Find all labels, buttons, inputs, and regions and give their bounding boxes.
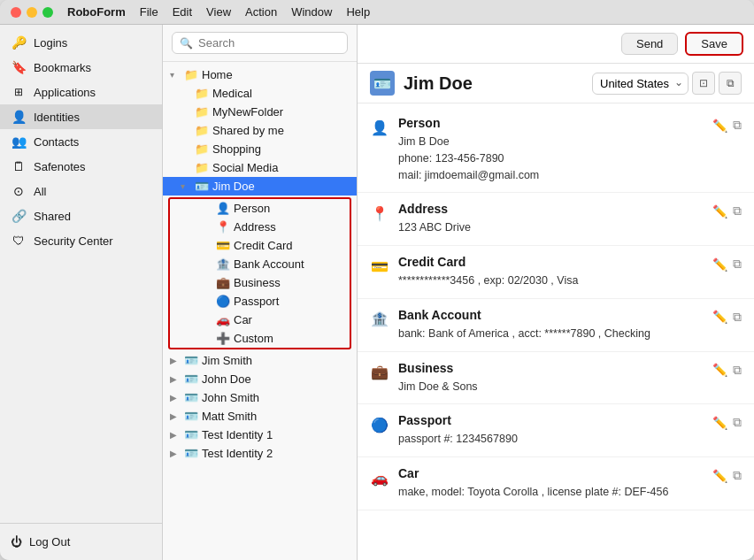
save-button[interactable]: Save	[685, 32, 743, 56]
menu-window[interactable]: Window	[291, 5, 332, 19]
menu-help[interactable]: Help	[346, 5, 370, 19]
person-copy-icon[interactable]: ⧉	[733, 118, 742, 133]
creditcard-section-content: Credit Card ************3456 , exp: 02/2…	[398, 255, 704, 289]
tree-item-person[interactable]: 👤 Person	[170, 199, 350, 218]
tree-item-john-smith[interactable]: ▶ 🪪 John Smith	[163, 388, 357, 407]
tree-item-test-identity-1[interactable]: ▶ 🪪 Test Identity 1	[163, 426, 357, 444]
testidentity2-icon: 🪪	[184, 447, 198, 460]
johndoe-label: John Doe	[202, 372, 251, 386]
sidebar-item-applications[interactable]: ⊞ Applications	[0, 80, 162, 104]
mattsmith-label: Matt Smith	[202, 410, 257, 423]
creditcard-copy-icon[interactable]: ⧉	[733, 257, 742, 272]
sidebar-item-bookmarks[interactable]: 🔖 Bookmarks	[0, 55, 162, 80]
sidebar-item-all[interactable]: ⊙ All	[0, 179, 162, 203]
tree-item-medical[interactable]: 📁 Medical	[163, 84, 357, 103]
tree-item-business[interactable]: 💼 Business	[170, 273, 350, 292]
sidebar-contacts-label: Contacts	[34, 135, 79, 149]
section-address: 📍 Address 123 ABC Drive ✏️ ⧉	[358, 193, 754, 246]
sharedbyme-label: Shared by me	[212, 124, 284, 137]
business-section-actions: ✏️ ⧉	[712, 363, 742, 378]
tree-item-mynewfolder[interactable]: 📁 MyNewFolder	[163, 103, 357, 121]
person-section-actions: ✏️ ⧉	[712, 118, 742, 133]
traffic-lights	[11, 7, 53, 18]
bankaccount-section-content: Bank Account bank: Bank of America , acc…	[398, 308, 704, 342]
menu-view[interactable]: View	[206, 5, 231, 19]
business-edit-icon[interactable]: ✏️	[712, 363, 727, 377]
search-bar: 🔍	[163, 25, 357, 62]
section-person: 👤 Person Jim B Doe phone: 123-456-7890 m…	[358, 107, 754, 193]
passport-copy-icon[interactable]: ⧉	[733, 415, 742, 430]
close-button[interactable]	[11, 7, 21, 18]
tree-item-credit-card[interactable]: 💳 Credit Card	[170, 236, 350, 255]
country-select-container[interactable]: United States	[592, 73, 689, 95]
search-wrapper[interactable]: 🔍	[172, 32, 348, 54]
passport-edit-icon[interactable]: ✏️	[712, 416, 727, 430]
tree-item-custom[interactable]: ➕ Custom	[170, 329, 350, 348]
minimize-button[interactable]	[27, 7, 37, 18]
person-line-1: Jim B Doe	[398, 134, 704, 150]
address-copy-icon[interactable]: ⧉	[733, 203, 742, 219]
send-button[interactable]: Send	[621, 33, 678, 55]
jimsmith-icon: 🪪	[184, 354, 198, 367]
sidebar-item-identities[interactable]: 👤 Identities	[0, 104, 162, 129]
custom-label: Custom	[234, 332, 273, 345]
maximize-button[interactable]	[42, 7, 53, 18]
person-edit-icon[interactable]: ✏️	[712, 119, 727, 133]
menu-file[interactable]: File	[140, 5, 158, 19]
tree-item-john-doe[interactable]: ▶ 🪪 John Doe	[163, 370, 357, 388]
address-section-icon: 📍	[370, 203, 389, 223]
sidebar-item-security-center[interactable]: 🛡 Security Center	[0, 228, 162, 253]
creditcard-section-icon: 💳	[370, 257, 389, 276]
tree-item-jim-smith[interactable]: ▶ 🪪 Jim Smith	[163, 351, 357, 370]
tree-item-home[interactable]: ▾ 📁 Home	[163, 65, 357, 84]
tree-item-test-identity-2[interactable]: ▶ 🪪 Test Identity 2	[163, 444, 357, 463]
testidentity1-icon: 🪪	[184, 428, 198, 441]
creditcard-label: Credit Card	[234, 239, 292, 252]
car-copy-icon[interactable]: ⧉	[733, 468, 742, 483]
sidebar-item-logins[interactable]: 🔑 Logins	[0, 30, 162, 55]
tree-item-shopping[interactable]: 📁 Shopping	[163, 140, 357, 158]
tree-item-jim-doe[interactable]: ▾ 🪪 Jim Doe	[163, 177, 357, 196]
sidebar-item-contacts[interactable]: 👥 Contacts	[0, 129, 162, 154]
menu-action[interactable]: Action	[245, 5, 277, 19]
menu-bar: RoboForm File Edit View Action Window He…	[67, 5, 370, 19]
address-edit-icon[interactable]: ✏️	[712, 204, 727, 219]
creditcard-edit-icon[interactable]: ✏️	[712, 257, 727, 272]
car-label: Car	[234, 313, 252, 326]
person-section-content: Person Jim B Doe phone: 123-456-7890 mai…	[398, 116, 704, 183]
tree-item-car[interactable]: 🚗 Car	[170, 311, 350, 329]
business-section-icon: 💼	[370, 363, 389, 382]
bankaccount-line-1: bank: Bank of America , acct: ******7890…	[398, 326, 704, 342]
home-folder-icon: 📁	[184, 68, 198, 81]
address-section-title: Address	[398, 202, 704, 216]
power-icon: ⏻	[11, 535, 22, 548]
menu-edit[interactable]: Edit	[173, 5, 192, 19]
contacts-icon: 👥	[11, 134, 27, 150]
search-input[interactable]	[198, 36, 340, 50]
header-tablet-icon[interactable]: ⊡	[692, 72, 715, 95]
country-select[interactable]: United States	[592, 73, 689, 95]
tree-item-address[interactable]: 📍 Address	[170, 218, 350, 236]
section-credit-card: 💳 Credit Card ************3456 , exp: 02…	[358, 246, 754, 299]
business-line-1: Jim Doe & Sons	[398, 379, 704, 395]
creditcard-icon: 💳	[216, 239, 230, 252]
sidebar-item-shared[interactable]: 🔗 Shared	[0, 203, 162, 228]
tree-item-bank-account[interactable]: 🏦 Bank Account	[170, 255, 350, 273]
middle-panel: 🔍 ▾ 📁 Home 📁 Medical	[163, 25, 358, 560]
safenotes-icon: 🗒	[11, 158, 27, 174]
header-copy-icon[interactable]: ⧉	[719, 72, 742, 95]
tree-item-matt-smith[interactable]: ▶ 🪪 Matt Smith	[163, 407, 357, 426]
passport-section-actions: ✏️ ⧉	[712, 415, 742, 430]
tree-item-social-media[interactable]: 📁 Social Media	[163, 158, 357, 177]
tree-item-passport[interactable]: 🔵 Passport	[170, 292, 350, 311]
tree-item-shared-by-me[interactable]: 📁 Shared by me	[163, 121, 357, 140]
sidebar-footer: ⏻ Log Out	[0, 523, 162, 560]
bankaccount-edit-icon[interactable]: ✏️	[712, 310, 727, 324]
business-copy-icon[interactable]: ⧉	[733, 363, 742, 378]
logout-item[interactable]: ⏻ Log Out	[11, 531, 151, 553]
sidebar-item-safenotes[interactable]: 🗒 Safenotes	[0, 154, 162, 179]
bankaccount-copy-icon[interactable]: ⧉	[733, 310, 742, 325]
person-label: Person	[234, 202, 270, 215]
car-edit-icon[interactable]: ✏️	[712, 469, 727, 483]
jimdoe-icon: 🪪	[195, 180, 209, 193]
